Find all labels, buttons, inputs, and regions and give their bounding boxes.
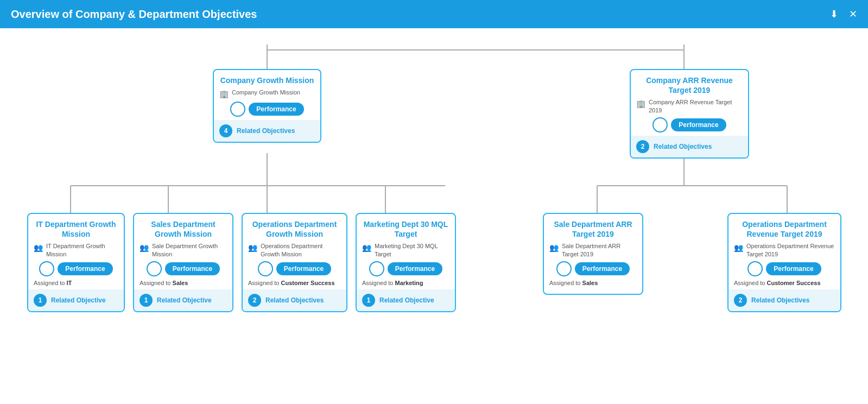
performance-btn-sarr[interactable]: Performance — [575, 262, 630, 275]
related-footer-mkt[interactable]: 1 Related Objective — [357, 289, 455, 311]
node-sales-dept-subtitle-row: 👥 Sale Department Growth Mission — [140, 242, 227, 258]
related-footer-cg[interactable]: 4 Related Objectives — [214, 120, 320, 142]
header: Overview of Company & Department Objecti… — [0, 0, 868, 28]
assigned-value-opr: Customer Success — [767, 280, 821, 286]
related-count-cg: 4 — [219, 124, 232, 137]
assigned-row-sales: Assigned to Sales — [140, 280, 227, 286]
related-count-mkt: 1 — [362, 294, 375, 307]
close-icon[interactable]: ✕ — [849, 8, 857, 20]
assigned-value-mkt: Marketing — [395, 280, 423, 286]
assigned-row-ops: Assigned to Customer Success — [248, 280, 341, 286]
related-footer-it[interactable]: 1 Related Objective — [28, 289, 124, 311]
node-sales-dept-icon: 👥 — [140, 243, 149, 252]
header-icons: ⬇ ✕ — [830, 8, 857, 20]
node-ops-revenue-subtitle: Operations Department Revenue Target 201… — [746, 242, 835, 258]
node-company-growth-icon: 🏢 — [219, 90, 229, 98]
node-it-dept-subtitle: IT Department Growth Mission — [46, 242, 118, 258]
related-footer-arr[interactable]: 2 Related Objectives — [631, 136, 748, 157]
related-count-sales: 1 — [140, 294, 153, 307]
related-label-mkt: Related Objective — [379, 296, 434, 304]
related-label-cg: Related Objectives — [237, 127, 295, 135]
related-label-ops: Related Objectives — [265, 296, 324, 304]
related-label-sales: Related Objective — [157, 296, 212, 304]
half-circle-sarr — [556, 261, 572, 276]
node-company-growth-title: Company Growth Mission — [219, 75, 315, 85]
performance-wrapper-it: Performance — [34, 261, 118, 276]
node-company-arr-icon: 🏢 — [636, 99, 645, 108]
related-footer-opr[interactable]: 2 Related Objectives — [728, 289, 840, 311]
half-circle-it — [39, 261, 54, 276]
assigned-label-mkt: Assigned to — [362, 280, 395, 286]
related-count-arr: 2 — [636, 140, 649, 153]
performance-btn-it[interactable]: Performance — [58, 262, 112, 275]
node-marketing-dept-subtitle-row: 👥 Marketing Dept 30 MQL Target — [362, 242, 449, 258]
assigned-value-sales: Sales — [173, 280, 188, 286]
performance-btn-arr[interactable]: Performance — [671, 118, 726, 131]
performance-btn-cg[interactable]: Performance — [249, 103, 303, 116]
assigned-value-sarr: Sales — [582, 280, 598, 286]
node-company-arr: Company ARR Revenue Target 2019 🏢 Compan… — [630, 69, 749, 159]
node-ops-revenue: Operations Department Revenue Target 201… — [727, 213, 841, 312]
assigned-label-ops: Assigned to — [248, 280, 281, 286]
main-content: Company Growth Mission 🏢 Company Growth … — [0, 28, 868, 404]
related-label-arr: Related Objectives — [654, 143, 712, 150]
assigned-row-it: Assigned to IT — [34, 280, 118, 286]
performance-btn-ops[interactable]: Performance — [276, 262, 331, 275]
assigned-value-ops: Customer Success — [281, 280, 335, 286]
node-company-arr-title: Company ARR Revenue Target 2019 — [636, 75, 743, 95]
half-circle-cg — [230, 102, 245, 117]
related-count-ops: 2 — [248, 294, 261, 307]
node-it-dept-icon: 👥 — [34, 243, 43, 252]
node-sales-dept: Sales Department Growth Mission 👥 Sale D… — [133, 213, 233, 312]
performance-btn-mkt[interactable]: Performance — [388, 262, 442, 275]
node-company-arr-subtitle: Company ARR Revenue Target 2019 — [649, 98, 743, 114]
performance-wrapper-opr: Performance — [734, 261, 835, 276]
node-sale-arr-title: Sale Department ARR Target 2019 — [549, 219, 637, 239]
node-it-dept-subtitle-row: 👥 IT Department Growth Mission — [34, 242, 118, 258]
page-title: Overview of Company & Department Objecti… — [11, 8, 257, 21]
performance-wrapper-sales: Performance — [140, 261, 227, 276]
node-sale-arr-subtitle-row: 👥 Sale Department ARR Target 2019 — [549, 242, 637, 258]
assigned-label-it: Assigned to — [34, 280, 67, 286]
assigned-label-sarr: Assigned to — [549, 280, 582, 286]
assigned-label-sales: Assigned to — [140, 280, 173, 286]
related-label-it: Related Objective — [51, 296, 106, 304]
node-company-growth-subtitle-row: 🏢 Company Growth Mission — [219, 89, 315, 98]
node-ops-dept: Operations Department Growth Mission 👥 O… — [242, 213, 347, 312]
node-marketing-dept: Marketing Dept 30 MQL Target 👥 Marketing… — [356, 213, 456, 312]
node-sales-dept-subtitle: Sale Department Growth Mission — [152, 242, 227, 258]
node-ops-dept-title: Operations Department Growth Mission — [248, 219, 341, 239]
related-label-opr: Related Objectives — [751, 296, 809, 304]
node-company-growth: Company Growth Mission 🏢 Company Growth … — [213, 69, 321, 143]
node-ops-revenue-title: Operations Department Revenue Target 201… — [734, 219, 835, 239]
half-circle-ops — [258, 261, 273, 276]
half-circle-sales — [147, 261, 162, 276]
node-company-arr-subtitle-row: 🏢 Company ARR Revenue Target 2019 — [636, 98, 743, 114]
performance-wrapper-cg: Performance — [219, 102, 315, 117]
assigned-label-opr: Assigned to — [734, 280, 767, 286]
performance-wrapper-ops: Performance — [248, 261, 341, 276]
assigned-row-sarr: Assigned to Sales — [549, 280, 637, 286]
node-sale-arr: Sale Department ARR Target 2019 👥 Sale D… — [543, 213, 643, 295]
node-sale-arr-icon: 👥 — [549, 243, 559, 252]
related-count-it: 1 — [34, 294, 47, 307]
performance-wrapper-mkt: Performance — [362, 261, 449, 276]
assigned-row-mkt: Assigned to Marketing — [362, 280, 449, 286]
performance-wrapper-sarr: Performance — [549, 261, 637, 276]
node-it-dept: IT Department Growth Mission 👥 IT Depart… — [27, 213, 125, 312]
assigned-value-it: IT — [67, 280, 72, 286]
node-company-growth-subtitle: Company Growth Mission — [232, 89, 300, 96]
performance-btn-opr[interactable]: Performance — [766, 262, 821, 275]
related-count-opr: 2 — [734, 294, 747, 307]
related-footer-sales[interactable]: 1 Related Objective — [134, 289, 232, 311]
node-ops-dept-subtitle-row: 👥 Operations Department Growth Mission — [248, 242, 341, 258]
performance-btn-sales[interactable]: Performance — [165, 262, 220, 275]
node-ops-dept-subtitle: Operations Department Growth Mission — [261, 242, 341, 258]
download-icon[interactable]: ⬇ — [830, 8, 838, 20]
node-sales-dept-title: Sales Department Growth Mission — [140, 219, 227, 239]
related-footer-ops[interactable]: 2 Related Objectives — [243, 289, 346, 311]
performance-wrapper-arr: Performance — [636, 117, 743, 132]
node-sale-arr-subtitle: Sale Department ARR Target 2019 — [562, 242, 637, 258]
half-circle-arr — [652, 117, 668, 132]
half-circle-opr — [747, 261, 763, 276]
